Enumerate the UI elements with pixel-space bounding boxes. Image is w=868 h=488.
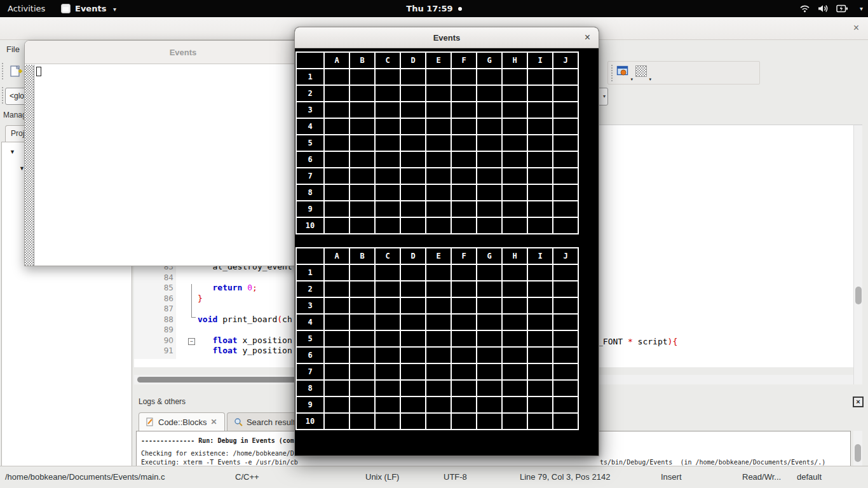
board-cell[interactable] bbox=[477, 85, 502, 102]
board-cell[interactable] bbox=[426, 217, 451, 234]
board-cell[interactable] bbox=[477, 396, 502, 413]
board-cell[interactable] bbox=[527, 380, 553, 396]
board-cell[interactable] bbox=[451, 118, 477, 135]
board-cell[interactable] bbox=[527, 281, 553, 297]
board-cell[interactable] bbox=[553, 184, 578, 201]
board-cell[interactable] bbox=[400, 102, 426, 118]
board-cell[interactable] bbox=[324, 264, 349, 281]
board-cell[interactable] bbox=[349, 135, 375, 151]
board-cell[interactable] bbox=[324, 69, 349, 85]
board-cell[interactable] bbox=[375, 330, 400, 347]
board-cell[interactable] bbox=[451, 184, 477, 201]
board-cell[interactable] bbox=[527, 201, 553, 217]
toolbar-drag-handle[interactable] bbox=[2, 63, 3, 79]
board-cell[interactable] bbox=[400, 85, 426, 102]
board-cell[interactable] bbox=[324, 85, 349, 102]
board-cell[interactable] bbox=[527, 396, 553, 413]
board-cell[interactable] bbox=[426, 363, 451, 380]
board-cell[interactable] bbox=[451, 102, 477, 118]
board-cell[interactable] bbox=[426, 347, 451, 363]
debug-run-button[interactable]: ▾ bbox=[616, 65, 632, 81]
board-cell[interactable] bbox=[477, 184, 502, 201]
board-cell[interactable] bbox=[426, 380, 451, 396]
board-cell[interactable] bbox=[375, 413, 400, 430]
board-cell[interactable] bbox=[324, 102, 349, 118]
board-cell[interactable] bbox=[553, 85, 578, 102]
board-cell[interactable] bbox=[477, 264, 502, 281]
board-cell[interactable] bbox=[553, 118, 578, 135]
board-cell[interactable] bbox=[477, 347, 502, 363]
board-cell[interactable] bbox=[375, 396, 400, 413]
board-cell[interactable] bbox=[553, 314, 578, 330]
board-cell[interactable] bbox=[451, 413, 477, 430]
board-cell[interactable] bbox=[375, 201, 400, 217]
board-cell[interactable] bbox=[400, 184, 426, 201]
board-cell[interactable] bbox=[324, 118, 349, 135]
board-cell[interactable] bbox=[553, 396, 578, 413]
board-cell[interactable] bbox=[451, 297, 477, 314]
board-cell[interactable] bbox=[477, 118, 502, 135]
board-cell[interactable] bbox=[349, 330, 375, 347]
board-cell[interactable] bbox=[553, 201, 578, 217]
board-cell[interactable] bbox=[375, 168, 400, 184]
board-cell[interactable] bbox=[324, 396, 349, 413]
board-cell[interactable] bbox=[502, 297, 527, 314]
board-cell[interactable] bbox=[400, 69, 426, 85]
board-cell[interactable] bbox=[349, 314, 375, 330]
board-cell[interactable] bbox=[400, 413, 426, 430]
board-cell[interactable] bbox=[375, 314, 400, 330]
board-cell[interactable] bbox=[527, 330, 553, 347]
board-cell[interactable] bbox=[527, 135, 553, 151]
board-cell[interactable] bbox=[324, 217, 349, 234]
board-cell[interactable] bbox=[349, 102, 375, 118]
clock-button[interactable]: Thu 17:59 bbox=[0, 0, 868, 17]
board-cell[interactable] bbox=[375, 264, 400, 281]
board-cell[interactable] bbox=[400, 135, 426, 151]
board-cell[interactable] bbox=[400, 118, 426, 135]
board-cell[interactable] bbox=[451, 135, 477, 151]
board-cell[interactable] bbox=[349, 363, 375, 380]
board-cell[interactable] bbox=[324, 413, 349, 430]
tree-expander-icon[interactable]: ▼ bbox=[10, 149, 15, 155]
board-cell[interactable] bbox=[553, 69, 578, 85]
board-cell[interactable] bbox=[477, 281, 502, 297]
board-cell[interactable] bbox=[426, 396, 451, 413]
board-cell[interactable] bbox=[451, 281, 477, 297]
board-cell[interactable] bbox=[553, 297, 578, 314]
board-cell[interactable] bbox=[477, 102, 502, 118]
board-cell[interactable] bbox=[324, 281, 349, 297]
board-cell[interactable] bbox=[349, 151, 375, 168]
board-cell[interactable] bbox=[349, 281, 375, 297]
menu-file[interactable]: File bbox=[6, 44, 20, 54]
editor-vertical-scrollbar[interactable] bbox=[853, 125, 862, 384]
board-cell[interactable] bbox=[451, 217, 477, 234]
board-cell[interactable] bbox=[502, 168, 527, 184]
board-cell[interactable] bbox=[502, 151, 527, 168]
board-cell[interactable] bbox=[375, 85, 400, 102]
board-cell[interactable] bbox=[324, 330, 349, 347]
board-cell[interactable] bbox=[502, 201, 527, 217]
board-cell[interactable] bbox=[553, 330, 578, 347]
board-cell[interactable] bbox=[400, 347, 426, 363]
board-cell[interactable] bbox=[349, 184, 375, 201]
board-cell[interactable] bbox=[502, 118, 527, 135]
board-cell[interactable] bbox=[375, 184, 400, 201]
board-cell[interactable] bbox=[375, 217, 400, 234]
board-cell[interactable] bbox=[451, 330, 477, 347]
board-cell[interactable] bbox=[553, 347, 578, 363]
board-cell[interactable] bbox=[527, 85, 553, 102]
scrollbar-thumb[interactable] bbox=[855, 444, 861, 462]
board-cell[interactable] bbox=[349, 69, 375, 85]
board-cell[interactable] bbox=[349, 168, 375, 184]
board-cell[interactable] bbox=[527, 184, 553, 201]
board-cell[interactable] bbox=[502, 413, 527, 430]
board-cell[interactable] bbox=[426, 118, 451, 135]
board-cell[interactable] bbox=[324, 201, 349, 217]
board-cell[interactable] bbox=[400, 314, 426, 330]
new-file-button[interactable] bbox=[8, 64, 24, 79]
board-cell[interactable] bbox=[502, 85, 527, 102]
board-cell[interactable] bbox=[451, 168, 477, 184]
board-cell[interactable] bbox=[375, 135, 400, 151]
board-cell[interactable] bbox=[477, 330, 502, 347]
board-cell[interactable] bbox=[527, 102, 553, 118]
